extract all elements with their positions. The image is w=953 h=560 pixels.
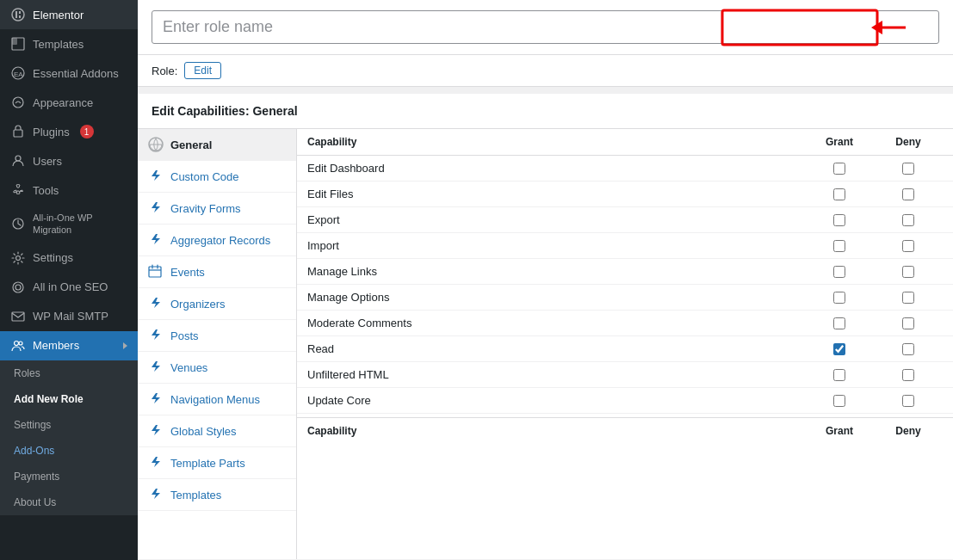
sidebar-item-elementor[interactable]: Elementor — [0, 0, 138, 29]
svg-point-0 — [12, 9, 24, 21]
sidebar-item-allinseo[interactable]: All in One SEO — [0, 273, 138, 302]
grant-checkbox-4[interactable] — [833, 266, 845, 278]
cap-nav-general[interactable]: General — [138, 129, 296, 161]
cap-nav-aggregator-records[interactable]: Aggregator Records — [138, 225, 296, 256]
table-row: Export — [297, 207, 953, 233]
cap-nav-template-parts[interactable]: Template Parts — [138, 447, 296, 479]
deny-checkbox-5[interactable] — [902, 292, 914, 304]
plugins-badge: 1 — [80, 125, 94, 138]
cap-nav-label-organizers: Organizers — [170, 298, 226, 311]
sidebar-item-settings[interactable]: Settings — [0, 243, 138, 273]
grant-checkbox-5[interactable] — [833, 292, 845, 304]
deny-checkbox-0[interactable] — [902, 163, 914, 175]
svg-point-10 — [15, 156, 21, 161]
edit-role-button[interactable]: Edit — [184, 62, 221, 79]
submenu-item-addons[interactable]: Add-Ons — [0, 438, 138, 464]
grant-check-8[interactable] — [805, 369, 874, 381]
deny-checkbox-6[interactable] — [902, 317, 914, 329]
role-name-input[interactable] — [152, 10, 939, 44]
sidebar-item-tools[interactable]: Tools — [0, 175, 138, 205]
settings-icon — [10, 250, 26, 266]
sidebar-item-members[interactable]: Members — [0, 331, 138, 360]
grant-check-3[interactable] — [805, 240, 874, 252]
sidebar-label-plugins: Plugins — [33, 126, 70, 138]
svg-point-13 — [13, 282, 23, 292]
grant-check-5[interactable] — [805, 292, 874, 304]
cap-nav-global-styles[interactable]: Global Styles — [138, 415, 296, 447]
grant-check-9[interactable] — [805, 395, 874, 407]
svg-point-12 — [16, 255, 21, 260]
grant-check-1[interactable] — [805, 188, 874, 200]
sidebar-label-allinseo: All in One SEO — [33, 280, 108, 293]
wp-logo-icon — [148, 137, 164, 152]
deny-check-4[interactable] — [874, 266, 943, 278]
cap-nav-venues[interactable]: Venues — [138, 352, 296, 384]
deny-check-6[interactable] — [874, 317, 943, 329]
cap-nav-navigation-menus[interactable]: Navigation Menus — [138, 384, 296, 415]
deny-checkbox-4[interactable] — [902, 266, 914, 278]
grant-check-2[interactable] — [805, 214, 874, 226]
capabilities-body: General Custom Code Gravity Forms Aggreg… — [138, 129, 953, 559]
cap-nav-custom-code[interactable]: Custom Code — [138, 161, 296, 193]
grant-check-4[interactable] — [805, 266, 874, 278]
deny-checkbox-7[interactable] — [902, 343, 914, 355]
grant-checkbox-8[interactable] — [833, 369, 845, 381]
deny-check-5[interactable] — [874, 292, 943, 304]
deny-check-3[interactable] — [874, 240, 943, 252]
plugins-icon — [10, 124, 26, 139]
grant-checkbox-3[interactable] — [833, 240, 845, 252]
footer-col-deny: Deny — [874, 425, 943, 437]
svg-rect-9 — [14, 130, 22, 137]
cap-nav-organizers[interactable]: Organizers — [138, 288, 296, 320]
deny-check-8[interactable] — [874, 369, 943, 381]
submenu-label-roles: Roles — [14, 367, 40, 379]
deny-check-7[interactable] — [874, 343, 943, 355]
grant-checkbox-7[interactable] — [833, 343, 845, 355]
submenu-item-payments[interactable]: Payments — [0, 464, 138, 489]
submenu-item-roles[interactable]: Roles — [0, 360, 138, 386]
grant-checkbox-6[interactable] — [833, 317, 845, 329]
deny-check-9[interactable] — [874, 395, 943, 407]
deny-check-0[interactable] — [874, 163, 943, 175]
deny-checkbox-8[interactable] — [902, 369, 914, 381]
submenu-item-about-us[interactable]: About Us — [0, 489, 138, 515]
svg-rect-15 — [12, 312, 24, 321]
cap-nav-templates[interactable]: Templates — [138, 479, 296, 511]
grant-check-7[interactable] — [805, 343, 874, 355]
cap-nav-gravity-forms[interactable]: Gravity Forms — [138, 193, 296, 225]
sidebar-item-allinone[interactable]: All-in-One WP Migration — [0, 205, 138, 243]
submenu-item-settings[interactable]: Settings — [0, 412, 138, 438]
grant-checkbox-1[interactable] — [833, 188, 845, 200]
deny-checkbox-2[interactable] — [902, 214, 914, 226]
cap-nav-events[interactable]: Events — [138, 256, 296, 288]
cap-nav-label-global-styles: Global Styles — [170, 425, 237, 438]
submenu-item-add-new-role[interactable]: Add New Role — [0, 386, 138, 412]
submenu-label-settings: Settings — [14, 419, 51, 431]
cap-nav-label-general: General — [170, 138, 212, 151]
table-row: Manage Options — [297, 285, 953, 311]
submenu-label-payments: Payments — [14, 471, 59, 483]
svg-point-16 — [15, 341, 19, 345]
deny-check-1[interactable] — [874, 188, 943, 200]
capability-name: Read — [307, 342, 805, 355]
deny-checkbox-3[interactable] — [902, 240, 914, 252]
deny-checkbox-9[interactable] — [902, 395, 914, 407]
grant-check-6[interactable] — [805, 317, 874, 329]
grant-check-0[interactable] — [805, 163, 874, 175]
grant-checkbox-0[interactable] — [833, 163, 845, 175]
sidebar-item-templates[interactable]: Templates — [0, 29, 138, 58]
sidebar-item-users[interactable]: Users — [0, 146, 138, 175]
deny-check-2[interactable] — [874, 214, 943, 226]
deny-checkbox-1[interactable] — [902, 188, 914, 200]
cap-nav-posts[interactable]: Posts — [138, 320, 296, 352]
sidebar-item-essential-addons[interactable]: EA Essential Addons — [0, 58, 138, 88]
submenu-label-add-new-role: Add New Role — [14, 393, 84, 405]
grant-checkbox-9[interactable] — [833, 395, 845, 407]
wpmail-icon — [10, 309, 26, 324]
grant-checkbox-2[interactable] — [833, 214, 845, 226]
sidebar-item-wpmail[interactable]: WP Mail SMTP — [0, 302, 138, 331]
table-row: Import — [297, 233, 953, 259]
sidebar-item-appearance[interactable]: Appearance — [0, 88, 138, 117]
calendar-icon-events — [148, 264, 164, 280]
sidebar-item-plugins[interactable]: Plugins 1 — [0, 117, 138, 146]
